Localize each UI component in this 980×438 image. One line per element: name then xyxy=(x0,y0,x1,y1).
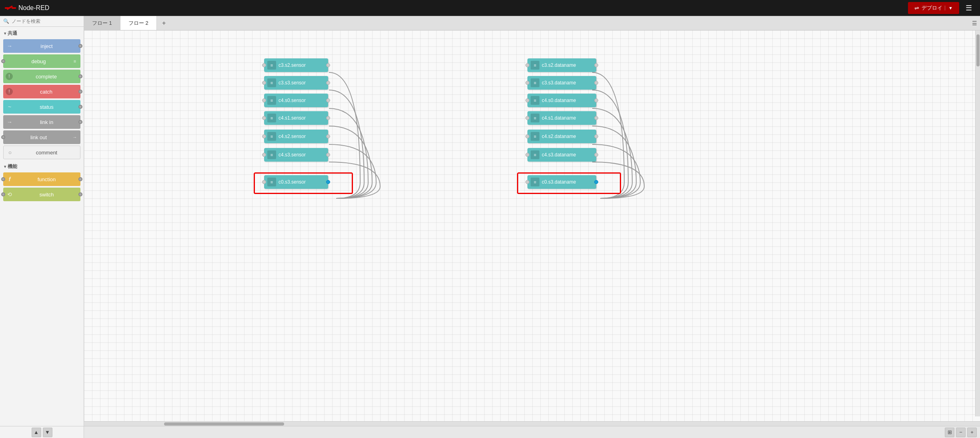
c3s2-port-right xyxy=(326,63,330,67)
vertical-scrollbar-thumb xyxy=(976,34,980,66)
c3s3d-port-right xyxy=(594,81,598,85)
deploy-button[interactable]: ⇌ デプロイ ▼ xyxy=(908,2,959,14)
canvas[interactable]: ≡ c3.s2.sensor ≡ c3.s3.sensor ≡ c4.s0.se… xyxy=(84,30,980,421)
node-c4s3dataname[interactable]: ≡ c4.s3.dataname xyxy=(527,148,596,162)
node-function[interactable]: f function xyxy=(3,172,80,186)
node-c4s2dataname[interactable]: ≡ c4.s2.dataname xyxy=(527,130,596,143)
zoom-out-icon: − xyxy=(959,429,962,435)
c4s0d-icon: ≡ xyxy=(531,96,539,105)
c4s2-icon: ≡ xyxy=(267,132,276,141)
c4s1d-port-left xyxy=(525,116,529,120)
menu-button[interactable]: ☰ xyxy=(962,2,975,14)
node-complete[interactable]: ! complete xyxy=(3,70,80,83)
comment-icon: ○ xyxy=(6,148,14,156)
function-port-left xyxy=(1,177,5,181)
node-c0s3dataname[interactable]: ≡ c0.s3.dataname xyxy=(527,175,596,189)
horizontal-scrollbar[interactable] xyxy=(84,421,980,426)
node-linkin[interactable]: → link in xyxy=(3,115,80,129)
debug-port-left xyxy=(1,59,5,63)
tab-flow1[interactable]: フロー 1 xyxy=(84,16,120,30)
inject-label: inject xyxy=(15,43,78,49)
node-switch[interactable]: ⟲ switch xyxy=(3,188,80,201)
node-c3s3sensor[interactable]: ≡ c3.s3.sensor xyxy=(264,76,328,90)
node-c4s1dataname[interactable]: ≡ c4.s1.dataname xyxy=(527,111,596,125)
chevron-icon: ▾ xyxy=(4,31,6,36)
c0s3-port-left xyxy=(262,180,266,184)
node-c4s2sensor[interactable]: ≡ c4.s2.sensor xyxy=(264,130,328,143)
node-inject[interactable]: → inject xyxy=(3,39,80,53)
c4s1-port-right xyxy=(326,116,330,120)
complete-icon: ! xyxy=(6,73,13,80)
c4s3-label: c4.s3.sensor xyxy=(279,152,306,158)
tab-add-button[interactable]: + xyxy=(158,18,170,29)
category-common[interactable]: ▾ 共通 xyxy=(0,27,84,38)
node-c4s1sensor[interactable]: ≡ c4.s1.sensor xyxy=(264,111,328,125)
node-c4s0dataname[interactable]: ≡ c4.s0.dataname xyxy=(527,94,596,107)
node-linkout[interactable]: link out → xyxy=(3,130,80,144)
app-title: Node-RED xyxy=(18,4,49,12)
status-label: status xyxy=(15,104,78,110)
c4s1d-icon: ≡ xyxy=(531,114,539,122)
header-right: ⇌ デプロイ ▼ ☰ xyxy=(908,2,975,14)
category-function[interactable]: ▾ 機能 xyxy=(0,160,84,172)
search-input[interactable] xyxy=(12,18,80,24)
deploy-label: デプロイ xyxy=(922,4,942,12)
c4s3d-port-left xyxy=(525,153,529,157)
sidebar: 🔍 ▾ 共通 → inject debug ≡ xyxy=(0,16,84,438)
linkin-icon: → xyxy=(6,118,14,126)
inject-port-right xyxy=(78,44,82,48)
catch-label: catch xyxy=(14,89,78,95)
complete-label: complete xyxy=(14,74,78,80)
node-status[interactable]: ~ status xyxy=(3,100,80,114)
switch-port-right xyxy=(78,192,82,196)
c0s3d-port-right xyxy=(594,180,598,184)
node-c4s3sensor[interactable]: ≡ c4.s3.sensor xyxy=(264,148,328,162)
node-catch[interactable]: ! catch xyxy=(3,85,80,98)
tab-list-button[interactable]: ☰ xyxy=(969,18,980,29)
tab-flow2[interactable]: フロー 2 xyxy=(120,16,157,30)
sidebar-scroll-up[interactable]: ▲ xyxy=(32,428,41,437)
fit-view-icon: ⊞ xyxy=(948,429,952,435)
c4s2-port-right xyxy=(326,134,330,138)
node-comment[interactable]: ○ comment xyxy=(3,146,80,159)
c4s2-port-left xyxy=(262,134,266,138)
vertical-scrollbar[interactable] xyxy=(975,30,980,416)
c4s1d-port-right xyxy=(594,116,598,120)
catch-port-right xyxy=(78,90,82,94)
c4s0d-port-right xyxy=(594,98,598,102)
node-debug[interactable]: debug ≡ xyxy=(3,54,80,68)
common-nodes-group: → inject debug ≡ ! complete ! catch xyxy=(0,38,84,160)
sidebar-scroll-down[interactable]: ▼ xyxy=(43,428,52,437)
c3s3-port-right xyxy=(326,81,330,85)
c4s3d-port-right xyxy=(594,153,598,157)
c0s3d-label: c0.s3.dataname xyxy=(542,179,576,185)
c4s1d-label: c4.s1.dataname xyxy=(542,115,576,121)
fit-view-button[interactable]: ⊞ xyxy=(945,428,954,437)
c4s0d-label: c4.s0.dataname xyxy=(542,98,576,103)
node-c3s2sensor[interactable]: ≡ c3.s2.sensor xyxy=(264,58,328,72)
c4s0-icon: ≡ xyxy=(267,96,276,105)
node-c0s3sensor[interactable]: ≡ c0.s3.sensor xyxy=(264,175,328,189)
c4s3d-icon: ≡ xyxy=(531,150,539,159)
node-c4s0sensor[interactable]: ≡ c4.s0.sensor xyxy=(264,94,328,107)
c3s3-label: c3.s3.sensor xyxy=(279,80,306,86)
node-c3s2dataname[interactable]: ≡ c3.s2.dataname xyxy=(527,58,596,72)
zoom-out-button[interactable]: − xyxy=(956,428,966,437)
c4s2d-label: c4.s2.dataname xyxy=(542,134,576,139)
horizontal-scrollbar-thumb xyxy=(164,422,284,426)
status-icon: ~ xyxy=(6,103,14,111)
function-icon: f xyxy=(6,175,14,183)
c3s2d-port-right xyxy=(594,63,598,67)
zoom-in-button[interactable]: + xyxy=(967,428,977,437)
c3s2-label: c3.s2.sensor xyxy=(279,62,306,68)
debug-label: debug xyxy=(6,58,72,64)
catch-icon: ! xyxy=(6,88,13,95)
linkin-label: link in xyxy=(15,119,78,125)
header: Node-RED ⇌ デプロイ ▼ ☰ xyxy=(0,0,980,16)
c0s3d-port-left xyxy=(525,180,529,184)
category-common-label: 共通 xyxy=(8,30,17,37)
node-c3s3dataname[interactable]: ≡ c3.s3.dataname xyxy=(527,76,596,90)
tab-bar: フロー 1 フロー 2 + ☰ xyxy=(84,16,980,30)
c4s1-port-left xyxy=(262,116,266,120)
zoom-in-icon: + xyxy=(970,429,974,435)
